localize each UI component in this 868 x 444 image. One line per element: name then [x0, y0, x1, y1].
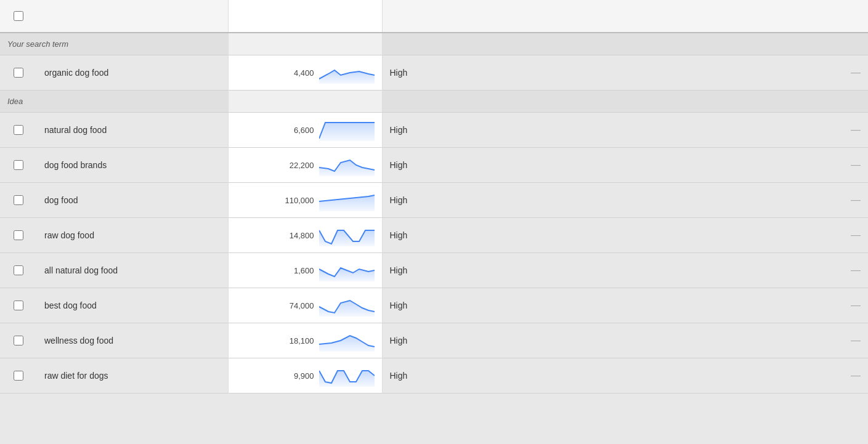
table-row: raw diet for dogs 9,900 High — [0, 358, 868, 394]
row-ad: — [567, 113, 868, 148]
row-ad: — [567, 55, 868, 91]
row-monthly: 14,800 [228, 218, 382, 253]
section-competition-empty [382, 91, 567, 113]
monthly-value: 74,000 [290, 301, 314, 310]
row-ad: — [567, 358, 868, 394]
row-checkbox-cell[interactable] [0, 183, 37, 218]
section-label-row: Your search term [0, 33, 868, 55]
trend-chart [319, 224, 375, 246]
header-checkbox-cell[interactable] [0, 0, 37, 33]
table-row: dog food brands 22,200 High — [0, 148, 868, 183]
row-ad: — [567, 183, 868, 218]
svg-marker-8 [319, 371, 375, 387]
row-keyword: raw diet for dogs [37, 358, 228, 394]
table-row: all natural dog food 1,600 High — [0, 253, 868, 288]
row-monthly: 9,900 [228, 358, 382, 394]
row-keyword: dog food brands [37, 148, 228, 183]
row-monthly: 18,100 [228, 323, 382, 358]
section-label-text: Your search term [0, 33, 228, 55]
trend-chart [319, 119, 375, 141]
row-checkbox[interactable] [14, 371, 23, 381]
row-checkbox-cell[interactable] [0, 358, 37, 394]
row-keyword: wellness dog food [37, 323, 228, 358]
row-checkbox[interactable] [14, 230, 23, 240]
trend-chart [319, 259, 375, 281]
row-checkbox[interactable] [14, 125, 23, 135]
monthly-value: 4,400 [294, 68, 314, 78]
table-row: raw dog food 14,800 High — [0, 218, 868, 253]
row-ad: — [567, 218, 868, 253]
trend-chart [319, 189, 375, 211]
row-checkbox-cell[interactable] [0, 218, 37, 253]
row-monthly: 1,600 [228, 253, 382, 288]
header-keyword [37, 0, 228, 33]
row-ad: — [567, 253, 868, 288]
row-checkbox[interactable] [14, 68, 23, 78]
row-checkbox-cell[interactable] [0, 148, 37, 183]
row-competition: High [382, 55, 567, 91]
monthly-value: 110,000 [285, 196, 314, 205]
row-ad: — [567, 288, 868, 323]
row-keyword: all natural dog food [37, 253, 228, 288]
row-checkbox[interactable] [14, 336, 23, 345]
header-monthly [228, 0, 382, 33]
row-keyword: raw dog food [37, 218, 228, 253]
section-label-row: Idea [0, 91, 868, 113]
row-monthly: 6,600 [228, 113, 382, 148]
row-checkbox-cell[interactable] [0, 288, 37, 323]
row-competition: High [382, 288, 567, 323]
row-checkbox[interactable] [14, 265, 23, 275]
trend-chart [319, 329, 375, 352]
row-monthly: 22,200 [228, 148, 382, 183]
keyword-table: Your search term organic dog food 4,400 [0, 0, 868, 394]
row-ad: — [567, 148, 868, 183]
section-ad-empty [567, 33, 868, 55]
row-checkbox-cell[interactable] [0, 323, 37, 358]
row-monthly: 4,400 [228, 55, 382, 91]
table-row: natural dog food 6,600 High — [0, 113, 868, 148]
row-checkbox-cell[interactable] [0, 113, 37, 148]
trend-chart [319, 154, 375, 176]
row-monthly: 74,000 [228, 288, 382, 323]
monthly-value: 6,600 [294, 126, 314, 135]
monthly-value: 14,800 [290, 231, 314, 240]
row-keyword: best dog food [37, 288, 228, 323]
row-competition: High [382, 323, 567, 358]
row-checkbox[interactable] [14, 160, 23, 170]
keyword-table-container: Your search term organic dog food 4,400 [0, 0, 868, 394]
monthly-value: 1,600 [294, 266, 314, 275]
select-all-checkbox[interactable] [14, 11, 23, 21]
row-checkbox-cell[interactable] [0, 253, 37, 288]
row-competition: High [382, 148, 567, 183]
table-row: best dog food 74,000 High — [0, 288, 868, 323]
svg-marker-6 [319, 301, 375, 317]
trend-chart [319, 365, 375, 387]
row-monthly: 110,000 [228, 183, 382, 218]
table-body: Your search term organic dog food 4,400 [0, 33, 868, 394]
row-ad: — [567, 323, 868, 358]
row-checkbox[interactable] [14, 195, 23, 205]
row-checkbox[interactable] [14, 301, 23, 310]
row-competition: High [382, 218, 567, 253]
monthly-value: 18,100 [290, 336, 314, 345]
table-row: wellness dog food 18,100 High — [0, 323, 868, 358]
section-monthly-empty [228, 33, 382, 55]
trend-chart [319, 62, 375, 84]
row-competition: High [382, 253, 567, 288]
svg-marker-1 [319, 123, 375, 141]
table-row: organic dog food 4,400 High — [0, 55, 868, 91]
row-competition: High [382, 358, 567, 394]
trend-chart [319, 294, 375, 317]
table-row: dog food 110,000 High — [0, 183, 868, 218]
svg-marker-3 [319, 195, 375, 211]
section-label-text: Idea [0, 91, 228, 113]
section-competition-empty [382, 33, 567, 55]
row-keyword: natural dog food [37, 113, 228, 148]
row-checkbox-cell[interactable] [0, 55, 37, 91]
svg-marker-4 [319, 230, 375, 246]
row-keyword: organic dog food [37, 55, 228, 91]
section-monthly-empty [228, 91, 382, 113]
row-competition: High [382, 183, 567, 218]
section-ad-empty [567, 91, 868, 113]
monthly-value: 22,200 [290, 161, 314, 170]
